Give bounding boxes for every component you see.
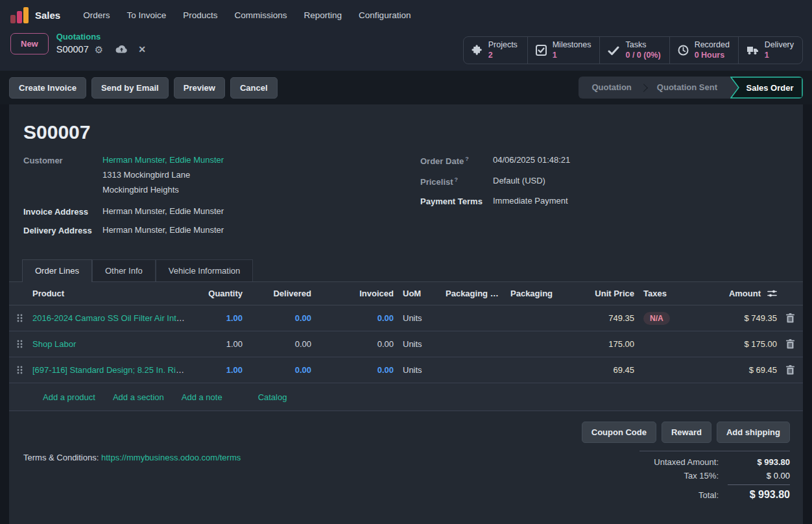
customer-address-line2: Mockingbird Heights — [102, 185, 224, 195]
tab-order-lines[interactable]: Order Lines — [22, 259, 92, 282]
puzzle-icon — [472, 45, 483, 56]
delivered-cell[interactable]: 0.00 — [243, 313, 311, 323]
status-step-quotation-sent[interactable]: Quotation Sent — [644, 77, 730, 99]
status-step-quotation[interactable]: Quotation — [579, 77, 644, 99]
delivery-address-value[interactable]: Herman Munster, Eddie Munster — [102, 225, 224, 235]
col-packaging-qty[interactable]: Packaging Q... — [436, 289, 501, 298]
top-header: Sales OrdersTo InvoiceProductsCommission… — [0, 0, 812, 71]
tab-vehicle-information[interactable]: Vehicle Information — [156, 259, 254, 281]
cancel-button[interactable]: Cancel — [230, 77, 278, 99]
payment-terms-label: Payment Terms — [420, 196, 493, 206]
stat-button-milestones[interactable]: Milestones 1 — [527, 37, 600, 64]
col-uom[interactable]: UoM — [394, 289, 436, 298]
invoiced-cell[interactable]: 0.00 — [311, 365, 394, 375]
save-cloud-icon[interactable] — [115, 45, 128, 54]
product-link[interactable]: [697-116] Standard Design; 8.25 In. Rin.… — [32, 365, 187, 375]
drag-handle-icon[interactable] — [17, 340, 32, 348]
gear-icon[interactable]: ⚙ — [95, 45, 103, 54]
order-lines-table: Product Quantity Delivered Invoiced UoM … — [9, 281, 803, 411]
stat-button-group: Projects 2 Milestones 1 Tasks 0 / 0 (0%)… — [463, 36, 803, 64]
invoiced-cell[interactable]: 0.00 — [311, 339, 394, 349]
drag-handle-icon[interactable] — [17, 314, 32, 322]
nav-menu-item-configuration[interactable]: Configuration — [350, 6, 419, 24]
discard-close-icon[interactable]: ✕ — [138, 45, 146, 54]
quantity-cell[interactable]: 1.00 — [191, 339, 243, 349]
sales-app-logo-icon[interactable] — [10, 6, 29, 23]
quantity-cell[interactable]: 1.00 — [191, 365, 243, 375]
drag-handle-icon[interactable] — [17, 366, 32, 374]
terms-link[interactable]: https://mmybusiness.odoo.com/terms — [101, 453, 241, 462]
uom-cell[interactable]: Units — [394, 365, 436, 375]
stat-button-tasks[interactable]: Tasks 0 / 0 (0%) — [599, 37, 669, 64]
invoice-address-value[interactable]: Herman Munster, Eddie Munster — [102, 206, 224, 217]
delivery-address-label: Delivery Address — [23, 225, 102, 235]
order-date-value[interactable]: 04/06/2025 01:48:21 — [493, 155, 570, 166]
order-line-row: Shop Labor 1.00 0.00 0.00 Units 175.00 $… — [9, 331, 803, 357]
col-invoiced[interactable]: Invoiced — [311, 289, 394, 298]
col-product[interactable]: Product — [32, 289, 191, 298]
taxes-cell[interactable]: N/A — [634, 312, 685, 325]
quantity-cell[interactable]: 1.00 — [191, 313, 243, 323]
unit-price-cell[interactable]: 175.00 — [573, 339, 634, 349]
amount-cell: $ 175.00 — [685, 339, 777, 349]
uom-cell[interactable]: Units — [394, 339, 436, 349]
total-row-untaxed-amount: Untaxed Amount: $ 993.80 — [639, 457, 790, 467]
app-name[interactable]: Sales — [35, 10, 60, 21]
col-taxes[interactable]: Taxes — [634, 289, 685, 298]
terms-label: Terms & Conditions: — [23, 453, 99, 462]
unit-price-cell[interactable]: 749.35 — [573, 313, 634, 323]
breadcrumb-quotations[interactable]: Quotations — [56, 31, 146, 43]
stat-button-recorded[interactable]: Recorded 0 Hours — [669, 37, 738, 64]
col-delivered[interactable]: Delivered — [243, 289, 311, 298]
invoiced-cell[interactable]: 0.00 — [311, 313, 394, 323]
statusbar: QuotationQuotation Sent Sales Order — [579, 77, 803, 99]
nav-menu-item-commissions[interactable]: Commissions — [226, 6, 296, 24]
nav-menu-item-to-invoice[interactable]: To Invoice — [118, 6, 174, 24]
add-a-section-link[interactable]: Add a section — [113, 392, 164, 402]
preview-button[interactable]: Preview — [174, 77, 225, 99]
tab-other-info[interactable]: Other Info — [92, 259, 156, 281]
delete-row-icon[interactable] — [777, 365, 803, 375]
payment-terms-value[interactable]: Immediate Payment — [493, 196, 568, 206]
product-link[interactable]: 2016-2024 Camaro SS Oil Filter Air Inta.… — [32, 313, 188, 323]
pricelist-value[interactable]: Default (USD) — [493, 176, 545, 187]
new-button[interactable]: New — [10, 33, 49, 54]
control-panel: New Quotations S00007 ⚙ ✕ — [0, 30, 812, 64]
uom-cell[interactable]: Units — [394, 313, 436, 323]
delivered-cell[interactable]: 0.00 — [243, 339, 311, 349]
create-invoice-button[interactable]: Create Invoice — [9, 77, 86, 99]
nav-menu-item-reporting[interactable]: Reporting — [296, 6, 351, 24]
terms-and-conditions: Terms & Conditions: https://mmybusiness.… — [23, 453, 241, 505]
add-shipping-button[interactable]: Add shipping — [717, 422, 790, 443]
amount-cell: $ 69.45 — [685, 365, 777, 375]
stat-button-delivery[interactable]: Delivery 1 — [738, 37, 802, 64]
tax-badge[interactable]: N/A — [643, 312, 670, 325]
delivered-cell[interactable]: 0.00 — [243, 365, 311, 375]
column-options-icon[interactable] — [767, 289, 777, 298]
help-icon: ? — [465, 156, 469, 162]
send-by-email-button[interactable]: Send by Email — [91, 77, 169, 99]
nav-menu-item-products[interactable]: Products — [174, 6, 226, 24]
delete-row-icon[interactable] — [777, 339, 803, 349]
reward-button[interactable]: Reward — [662, 422, 711, 443]
catalog-link[interactable]: Catalog — [258, 392, 287, 402]
col-amount[interactable]: Amount — [729, 289, 761, 298]
total-row-tax-15: Tax 15%: $ 0.00 — [639, 471, 790, 481]
delete-row-icon[interactable] — [777, 313, 803, 323]
order-title: S00007 — [9, 104, 803, 146]
amount-cell: $ 749.35 — [685, 313, 777, 323]
coupon-code-button[interactable]: Coupon Code — [582, 422, 656, 443]
stat-button-projects[interactable]: Projects 2 — [464, 37, 527, 64]
product-link[interactable]: Shop Labor — [32, 339, 76, 349]
add-a-note-link[interactable]: Add a note — [182, 392, 222, 402]
status-step-sales-order[interactable]: Sales Order — [730, 77, 803, 99]
customer-link[interactable]: Herman Munster, Eddie Munster — [102, 155, 224, 165]
customer-label: Customer — [23, 155, 102, 195]
col-packaging[interactable]: Packaging — [501, 289, 573, 298]
add-a-product-link[interactable]: Add a product — [43, 392, 95, 402]
col-quantity[interactable]: Quantity — [191, 289, 243, 298]
col-unit-price[interactable]: Unit Price — [573, 289, 634, 298]
table-header-row: Product Quantity Delivered Invoiced UoM … — [9, 282, 803, 305]
nav-menu-item-orders[interactable]: Orders — [75, 6, 118, 24]
unit-price-cell[interactable]: 69.45 — [573, 365, 634, 375]
